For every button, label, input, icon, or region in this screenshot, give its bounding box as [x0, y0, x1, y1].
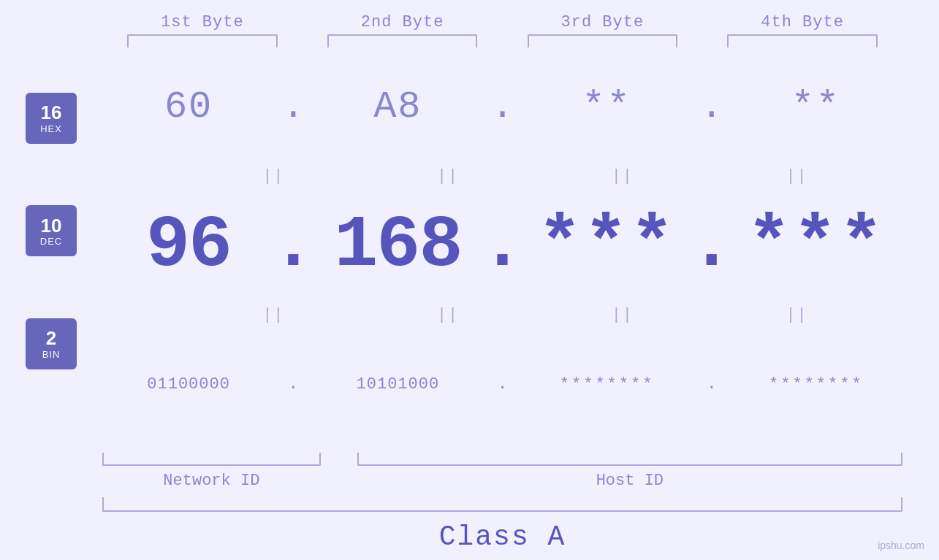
eq1-sep2 — [517, 166, 554, 186]
big-bracket — [102, 497, 902, 512]
eq1-s2: || — [437, 167, 459, 185]
network-id-label: Network ID — [102, 472, 321, 490]
bin-row: 01100000 . 10101000 . ******** . — [102, 326, 902, 444]
dec-label: DEC — [40, 236, 62, 247]
byte1-header: 1st Byte — [102, 13, 303, 31]
bin-sep2: . — [498, 375, 507, 394]
dec-b2: 168 — [334, 204, 461, 287]
bin-sep3: . — [707, 375, 716, 394]
bin-b1-cell: 01100000 — [102, 375, 275, 394]
hex-label: HEX — [40, 123, 62, 134]
bracket-cell-3 — [503, 34, 703, 47]
eq1-c4: || — [728, 166, 866, 186]
bin-b4-cell: ******** — [730, 375, 902, 394]
hex-sep3: . — [700, 85, 723, 129]
dec-sep1: . — [271, 204, 315, 287]
hex-b2: A8 — [373, 85, 422, 129]
bracket-cell-4 — [702, 34, 902, 47]
byte-headers: 1st Byte 2nd Byte 3rd Byte 4th Byte — [102, 13, 939, 31]
dec-sep2-cell: . — [484, 204, 521, 287]
eq2-s2: || — [437, 306, 459, 324]
eq2-c4: || — [728, 305, 866, 326]
eq2-c2: || — [379, 305, 517, 326]
hex-sep3-cell: . — [693, 85, 730, 129]
eq1-s4: || — [786, 167, 807, 185]
dec-sep2: . — [481, 204, 525, 287]
hex-b1: 60 — [164, 85, 213, 129]
eq2-c3: || — [554, 305, 692, 326]
hex-badge: 16 HEX — [26, 93, 77, 144]
host-bracket — [357, 453, 902, 466]
eq1-c2: || — [379, 166, 517, 186]
network-bracket — [102, 453, 321, 466]
dec-b4: *** — [747, 204, 885, 287]
byte3-header: 3rd Byte — [503, 13, 703, 31]
hex-b4: ** — [791, 85, 841, 129]
equals-row-2: || || || || — [205, 305, 902, 326]
top-bracket-1 — [127, 34, 277, 47]
top-bracket-2 — [327, 34, 477, 47]
bin-sep1-cell: . — [275, 375, 311, 394]
host-id-label: Host ID — [357, 472, 902, 490]
bin-b2-cell: 10101000 — [311, 375, 484, 394]
hex-row: 60 . A8 . ** . ** — [102, 47, 902, 166]
dec-badge: 10 DEC — [26, 205, 77, 256]
bottom-section: Network ID Host ID Class A — [102, 444, 939, 560]
values-grid: 60 . A8 . ** . ** — [102, 47, 939, 444]
eq2-sep2 — [517, 305, 554, 326]
eq2-c1: || — [205, 305, 343, 326]
bin-b4: ******** — [769, 375, 864, 394]
dec-b3-cell: *** — [521, 204, 693, 287]
dec-sep3-cell: . — [693, 204, 730, 287]
class-label: Class A — [439, 521, 566, 553]
bin-number: 2 — [46, 328, 56, 349]
hex-b4-cell: ** — [730, 85, 902, 129]
byte2-header: 2nd Byte — [303, 13, 503, 31]
bin-b1: 01100000 — [147, 375, 230, 394]
hex-sep1: . — [282, 85, 305, 129]
dec-sep3: . — [690, 204, 734, 287]
eq1-sep1 — [343, 166, 379, 186]
content-area: 16 HEX 10 DEC 2 BIN 60 . — [0, 47, 939, 444]
watermark: ipshu.com — [878, 540, 924, 551]
top-bracket-row — [102, 34, 939, 47]
dec-sep1-cell: . — [275, 204, 311, 287]
dec-row: 96 . 168 . *** . *** — [102, 186, 902, 304]
dec-b2-cell: 168 — [311, 204, 484, 287]
hex-b2-cell: A8 — [311, 85, 484, 129]
byte4-header: 4th Byte — [702, 13, 902, 31]
bin-badge: 2 BIN — [26, 318, 77, 369]
hex-sep2: . — [491, 85, 514, 129]
bin-b3: ******** — [560, 375, 655, 394]
eq1-s3: || — [612, 167, 634, 185]
hex-b3: ** — [582, 85, 631, 129]
dec-b1: 96 — [146, 204, 231, 287]
hex-sep1-cell: . — [275, 85, 311, 129]
top-bracket-3 — [528, 34, 677, 47]
eq1-sep3 — [691, 166, 728, 186]
eq1-c1: || — [205, 166, 343, 186]
nh-bracket-row — [102, 444, 902, 466]
bin-b3-cell: ******** — [521, 375, 693, 394]
dec-b1-cell: 96 — [102, 204, 275, 287]
bin-b2: 10101000 — [357, 375, 440, 394]
labels-col: 16 HEX 10 DEC 2 BIN — [0, 47, 102, 444]
top-bracket-4 — [727, 34, 877, 47]
eq1-s1: || — [262, 167, 284, 185]
eq2-s4: || — [786, 306, 807, 324]
dec-number: 10 — [41, 215, 62, 237]
eq1-c3: || — [554, 166, 692, 186]
bin-sep3-cell: . — [693, 375, 730, 394]
main-container: 1st Byte 2nd Byte 3rd Byte 4th Byte 16 H… — [0, 0, 939, 560]
hex-b3-cell: ** — [521, 85, 693, 129]
equals-row-1: || || || || — [205, 166, 902, 186]
nh-label-row: Network ID Host ID — [102, 472, 902, 490]
bin-sep2-cell: . — [484, 375, 521, 394]
eq2-sep3 — [691, 305, 728, 326]
class-row: Class A — [102, 521, 902, 553]
bin-label: BIN — [42, 349, 61, 360]
hex-sep2-cell: . — [484, 85, 521, 129]
dec-b3: *** — [538, 204, 676, 287]
bracket-cell-2 — [303, 34, 503, 47]
eq2-s3: || — [612, 306, 634, 324]
